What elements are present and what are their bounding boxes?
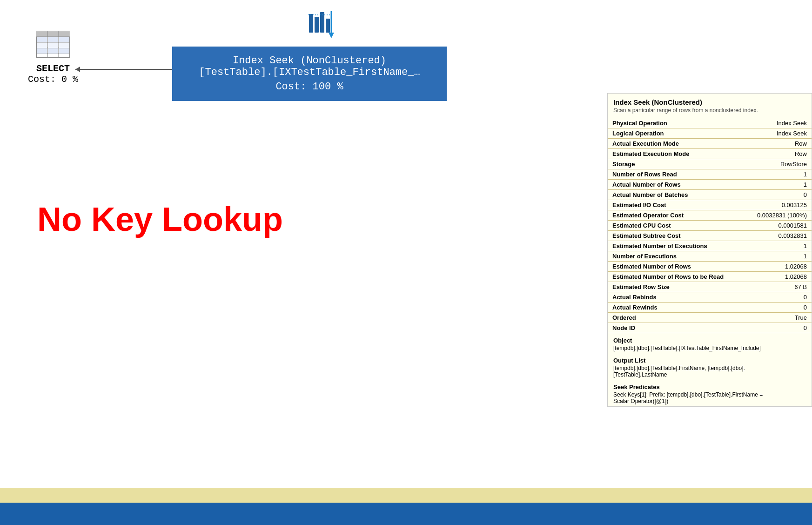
prop-label: Estimated I/O Cost xyxy=(608,200,745,210)
prop-label: Actual Rewinds xyxy=(608,303,745,313)
prop-value: 0.0001581 xyxy=(745,221,812,231)
prop-value: 1.02068 xyxy=(745,272,812,282)
prop-value: 0.003125 xyxy=(745,200,812,210)
table-row: Actual Rebinds0 xyxy=(608,292,812,303)
select-icon xyxy=(34,28,72,61)
table-row: Estimated Subtree Cost0.0032831 xyxy=(608,231,812,241)
props-title: Index Seek (NonClustered) xyxy=(608,94,812,107)
prop-value: Index Seek xyxy=(745,118,812,128)
seek-predicates-section: Seek Predicates Seek Keys[1]: Prefix: [t… xyxy=(608,380,812,406)
prop-label: Number of Executions xyxy=(608,251,745,262)
prop-value: 1 xyxy=(745,251,812,262)
prop-value: 0 xyxy=(745,303,812,313)
index-icon-top xyxy=(307,9,335,42)
prop-label: Number of Rows Read xyxy=(608,169,745,180)
table-row: Actual Number of Batches0 xyxy=(608,190,812,200)
svg-rect-18 xyxy=(37,43,47,48)
index-seek-subtitle: [TestTable].[IXTestTable_FirstName_… xyxy=(183,67,436,78)
table-row: Logical OperationIndex Seek xyxy=(608,128,812,139)
index-seek-icon xyxy=(307,9,335,42)
prop-value: Row xyxy=(745,139,812,149)
select-cost: Cost: 0 % xyxy=(28,74,78,85)
output-title: Output List xyxy=(613,357,806,364)
svg-rect-19 xyxy=(48,43,58,48)
prop-value: 0.0032831 xyxy=(745,231,812,241)
prop-label: Storage xyxy=(608,159,745,169)
prop-label: Estimated Row Size xyxy=(608,282,745,292)
index-seek-title: Index Seek (NonClustered) xyxy=(183,55,436,67)
no-key-lookup-text: No Key Lookup xyxy=(37,200,283,238)
seek-predicates-value: Seek Keys[1]: Prefix: [tempdb].[dbo].[Te… xyxy=(613,391,806,404)
prop-label: Estimated Execution Mode xyxy=(608,149,745,159)
table-row: Number of Rows Read1 xyxy=(608,169,812,180)
prop-value: 0 xyxy=(745,323,812,333)
select-node: SELECT Cost: 0 % xyxy=(28,28,78,85)
prop-label: Estimated Subtree Cost xyxy=(608,231,745,241)
svg-rect-23 xyxy=(59,48,69,54)
table-row: Actual Execution ModeRow xyxy=(608,139,812,149)
object-value: [tempdb].[dbo].[TestTable].[IXTestTable_… xyxy=(613,345,806,351)
select-label: SELECT xyxy=(36,63,70,74)
svg-rect-17 xyxy=(59,37,69,42)
svg-rect-0 xyxy=(309,14,313,33)
arrow-connector xyxy=(75,69,178,70)
prop-label: Estimated CPU Cost xyxy=(608,221,745,231)
prop-value: True xyxy=(745,313,812,323)
prop-value: Index Seek xyxy=(745,128,812,139)
svg-rect-22 xyxy=(48,48,58,54)
prop-value: 1 xyxy=(745,241,812,251)
props-table: Physical OperationIndex SeekLogical Oper… xyxy=(608,118,812,333)
table-row: OrderedTrue xyxy=(608,313,812,323)
prop-label: Actual Number of Batches xyxy=(608,190,745,200)
object-title: Object xyxy=(613,337,806,344)
svg-rect-21 xyxy=(37,48,47,54)
table-row: StorageRowStore xyxy=(608,159,812,169)
index-seek-cost: Cost: 100 % xyxy=(183,81,436,93)
prop-value: 0 xyxy=(745,190,812,200)
prop-label: Actual Number of Rows xyxy=(608,180,745,190)
bottom-bar-blue xyxy=(0,503,812,525)
prop-label: Estimated Number of Rows to be Read xyxy=(608,272,745,282)
svg-rect-1 xyxy=(315,17,319,33)
svg-rect-3 xyxy=(326,19,330,33)
prop-label: Actual Execution Mode xyxy=(608,139,745,149)
table-row: Estimated Execution ModeRow xyxy=(608,149,812,159)
table-row: Estimated Operator Cost0.0032831 (100%) xyxy=(608,210,812,221)
prop-label: Logical Operation xyxy=(608,128,745,139)
table-row: Physical OperationIndex Seek xyxy=(608,118,812,128)
table-row: Node ID0 xyxy=(608,323,812,333)
svg-rect-16 xyxy=(48,37,58,42)
table-row: Estimated I/O Cost0.003125 xyxy=(608,200,812,210)
prop-label: Actual Rebinds xyxy=(608,292,745,303)
table-row: Actual Number of Rows1 xyxy=(608,180,812,190)
prop-label: Estimated Number of Executions xyxy=(608,241,745,251)
props-description: Scan a particular range of rows from a n… xyxy=(608,107,812,118)
properties-panel: Index Seek (NonClustered) Scan a particu… xyxy=(607,93,812,407)
seek-predicates-title: Seek Predicates xyxy=(613,384,806,390)
prop-label: Estimated Number of Rows xyxy=(608,262,745,272)
table-row: Actual Rewinds0 xyxy=(608,303,812,313)
output-section: Output List [tempdb].[dbo].[TestTable].F… xyxy=(608,353,812,380)
main-area: SELECT Cost: 0 % Index Seek (NonClustere… xyxy=(0,0,812,503)
svg-rect-15 xyxy=(37,37,47,42)
table-row: Estimated Number of Rows1.02068 xyxy=(608,262,812,272)
table-row: Estimated CPU Cost0.0001581 xyxy=(608,221,812,231)
table-row: Estimated Number of Executions1 xyxy=(608,241,812,251)
prop-value: 0 xyxy=(745,292,812,303)
prop-label: Ordered xyxy=(608,313,745,323)
prop-label: Estimated Operator Cost xyxy=(608,210,745,221)
bottom-bar-yellow xyxy=(0,488,812,503)
prop-value: RowStore xyxy=(745,159,812,169)
prop-value: 1 xyxy=(745,169,812,180)
table-row: Number of Executions1 xyxy=(608,251,812,262)
object-section: Object [tempdb].[dbo].[TestTable].[IXTes… xyxy=(608,333,812,353)
table-row: Estimated Row Size67 B xyxy=(608,282,812,292)
output-value: [tempdb].[dbo].[TestTable].FirstName, [t… xyxy=(613,365,806,378)
svg-rect-20 xyxy=(59,43,69,48)
prop-value: Row xyxy=(745,149,812,159)
prop-value: 67 B xyxy=(745,282,812,292)
prop-value: 0.0032831 (100%) xyxy=(745,210,812,221)
index-seek-box: Index Seek (NonClustered) [TestTable].[I… xyxy=(172,47,447,101)
svg-rect-8 xyxy=(36,31,70,37)
prop-value: 1 xyxy=(745,180,812,190)
